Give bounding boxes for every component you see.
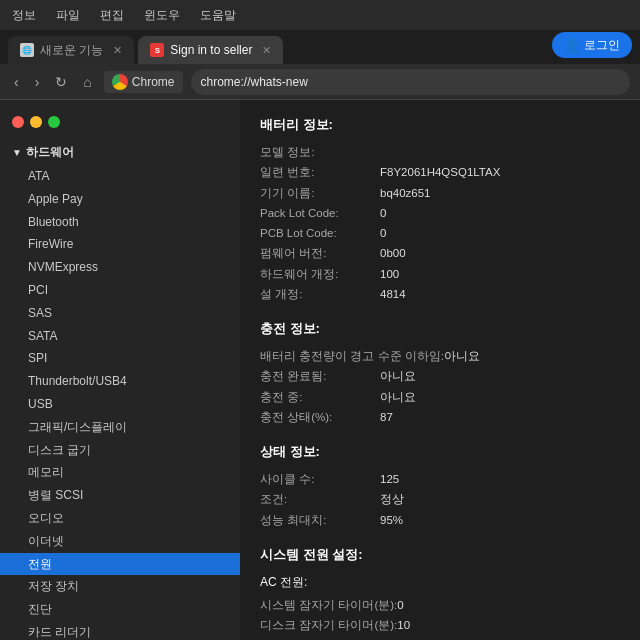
sidebar-hardware-header[interactable]: ▼ 하드웨어 bbox=[0, 140, 240, 165]
tab-close-2[interactable]: ✕ bbox=[262, 44, 271, 57]
sidebar-item-nvmexpress[interactable]: NVMExpress bbox=[0, 256, 240, 279]
charge-complete-value: 아니요 bbox=[380, 368, 416, 385]
close-window-button[interactable] bbox=[12, 116, 24, 128]
chrome-logo-area: Chrome bbox=[104, 71, 183, 93]
tab-label-2: Sign in to seller bbox=[170, 43, 252, 57]
tab-favicon-1: 🌐 bbox=[20, 43, 34, 57]
login-icon: 👤 bbox=[564, 38, 580, 53]
system-power-title: 시스템 전원 설정: bbox=[260, 546, 620, 564]
tab-close-1[interactable]: ✕ bbox=[113, 44, 122, 57]
login-label: 로그인 bbox=[584, 37, 620, 54]
sidebar-item-card-reader[interactable]: 카드 리더기 bbox=[0, 621, 240, 640]
url-text: chrome://whats-new bbox=[201, 75, 308, 89]
charge-percent-label: 충전 상태(%): bbox=[260, 409, 380, 426]
tab-new-features[interactable]: 🌐 새로운 기능 ✕ bbox=[8, 36, 134, 64]
traffic-lights bbox=[0, 108, 240, 136]
serial-label: 일련 번호: bbox=[260, 164, 380, 181]
install-row: 설 개정: 4814 bbox=[260, 286, 620, 303]
install-value: 4814 bbox=[380, 286, 406, 303]
menu-item-file[interactable]: 파일 bbox=[56, 7, 80, 24]
device-name-label: 기기 이름: bbox=[260, 185, 380, 202]
menu-item-edit[interactable]: 편집 bbox=[100, 7, 124, 24]
back-button[interactable]: ‹ bbox=[10, 72, 23, 92]
condition-value: 정상 bbox=[380, 491, 404, 508]
pack-lot-value: 0 bbox=[380, 205, 386, 222]
sidebar-item-disc-burning[interactable]: 디스크 굽기 bbox=[0, 439, 240, 462]
pcb-lot-value: 0 bbox=[380, 225, 386, 242]
ac-power-title: AC 전원: bbox=[260, 574, 620, 591]
hardware-rev-row: 하드웨어 개정: 100 bbox=[260, 266, 620, 283]
firmware-value: 0b00 bbox=[380, 245, 406, 262]
device-name-row: 기기 이름: bq40z651 bbox=[260, 185, 620, 202]
charge-info-title: 충전 정보: bbox=[260, 320, 620, 338]
home-button[interactable]: ⌂ bbox=[79, 72, 95, 92]
sidebar-item-power[interactable]: 전원 bbox=[0, 553, 240, 576]
tab-favicon-2: S bbox=[150, 43, 164, 57]
sidebar-item-parallel-scsi[interactable]: 병렬 SCSI bbox=[0, 484, 240, 507]
refresh-button[interactable]: ↻ bbox=[51, 72, 71, 92]
sidebar-item-memory[interactable]: 메모리 bbox=[0, 461, 240, 484]
pcb-lot-label: PCB Lot Code: bbox=[260, 225, 380, 242]
sidebar-item-sas[interactable]: SAS bbox=[0, 302, 240, 325]
menu-item-help[interactable]: 도움말 bbox=[200, 7, 236, 24]
login-button[interactable]: 👤 로그인 bbox=[552, 32, 632, 58]
pack-lot-label: Pack Lot Code: bbox=[260, 205, 380, 222]
sidebar-item-firewire[interactable]: FireWire bbox=[0, 233, 240, 256]
chrome-label: Chrome bbox=[132, 75, 175, 89]
sidebar-item-thunderbolt[interactable]: Thunderbolt/USB4 bbox=[0, 370, 240, 393]
condition-label: 조건: bbox=[260, 491, 380, 508]
charge-warning-value: 아니요 bbox=[444, 348, 480, 365]
sidebar-item-sata[interactable]: SATA bbox=[0, 325, 240, 348]
sidebar-item-applepay[interactable]: Apple Pay bbox=[0, 188, 240, 211]
system-sleep-value: 0 bbox=[397, 597, 403, 614]
sidebar-item-bluetooth[interactable]: Bluetooth bbox=[0, 211, 240, 234]
maximize-window-button[interactable] bbox=[48, 116, 60, 128]
system-sleep-row: 시스템 잠자기 타이머(분): 0 bbox=[260, 597, 620, 614]
condition-row: 조건: 정상 bbox=[260, 491, 620, 508]
max-capacity-label: 성능 최대치: bbox=[260, 512, 380, 529]
charging-row: 충전 중: 아니요 bbox=[260, 389, 620, 406]
pack-lot-row: Pack Lot Code: 0 bbox=[260, 205, 620, 222]
charge-complete-label: 충전 완료됨: bbox=[260, 368, 380, 385]
forward-button[interactable]: › bbox=[31, 72, 44, 92]
tab-bar: 🌐 새로운 기능 ✕ S Sign in to seller ✕ 👤 로그인 bbox=[0, 30, 640, 64]
disk-sleep-label: 디스크 잠자기 타이머(분): bbox=[260, 617, 397, 634]
tab-sign-in[interactable]: S Sign in to seller ✕ bbox=[138, 36, 283, 64]
cycle-count-row: 사이클 수: 125 bbox=[260, 471, 620, 488]
menu-bar: 정보 파일 편집 윈도우 도움말 bbox=[0, 0, 640, 30]
url-bar[interactable]: chrome://whats-new bbox=[191, 69, 631, 95]
disk-sleep-row: 디스크 잠자기 타이머(분): 10 bbox=[260, 617, 620, 634]
cycle-count-value: 125 bbox=[380, 471, 399, 488]
model-row: 모델 정보: bbox=[260, 144, 620, 161]
serial-value: F8Y2061H4QSQ1LTAX bbox=[380, 164, 500, 181]
disk-sleep-value: 10 bbox=[397, 617, 410, 634]
sidebar-item-ethernet[interactable]: 이더넷 bbox=[0, 530, 240, 553]
main-content: ▼ 하드웨어 ATA Apple Pay Bluetooth FireWire … bbox=[0, 100, 640, 640]
firmware-label: 펌웨어 버전: bbox=[260, 245, 380, 262]
sidebar-item-graphics[interactable]: 그래픽/디스플레이 bbox=[0, 416, 240, 439]
max-capacity-value: 95% bbox=[380, 512, 403, 529]
content-panel: 배터리 정보: 모델 정보: 일련 번호: F8Y2061H4QSQ1LTAX … bbox=[240, 100, 640, 640]
sidebar-item-usb[interactable]: USB bbox=[0, 393, 240, 416]
sidebar-item-spi[interactable]: SPI bbox=[0, 347, 240, 370]
address-bar: ‹ › ↻ ⌂ Chrome chrome://whats-new bbox=[0, 64, 640, 100]
sidebar-item-diagnostics[interactable]: 진단 bbox=[0, 598, 240, 621]
tab-label-1: 새로운 기능 bbox=[40, 42, 103, 59]
charge-warning-label: 배터리 충전량이 경고 수준 이하임: bbox=[260, 348, 444, 365]
pcb-lot-row: PCB Lot Code: 0 bbox=[260, 225, 620, 242]
sidebar-item-pci[interactable]: PCI bbox=[0, 279, 240, 302]
charging-value: 아니요 bbox=[380, 389, 416, 406]
minimize-window-button[interactable] bbox=[30, 116, 42, 128]
install-label: 설 개정: bbox=[260, 286, 380, 303]
sidebar-item-storage[interactable]: 저장 장치 bbox=[0, 575, 240, 598]
battery-info-title: 배터리 정보: bbox=[260, 116, 620, 134]
menu-item-window[interactable]: 윈도우 bbox=[144, 7, 180, 24]
cycle-count-label: 사이클 수: bbox=[260, 471, 380, 488]
sidebar-item-audio[interactable]: 오디오 bbox=[0, 507, 240, 530]
browser-frame: 🌐 새로운 기능 ✕ S Sign in to seller ✕ 👤 로그인 ‹… bbox=[0, 30, 640, 100]
charge-warning-row: 배터리 충전량이 경고 수준 이하임: 아니요 bbox=[260, 348, 620, 365]
charge-percent-row: 충전 상태(%): 87 bbox=[260, 409, 620, 426]
sidebar-item-ata[interactable]: ATA bbox=[0, 165, 240, 188]
menu-item-info[interactable]: 정보 bbox=[12, 7, 36, 24]
max-capacity-row: 성능 최대치: 95% bbox=[260, 512, 620, 529]
